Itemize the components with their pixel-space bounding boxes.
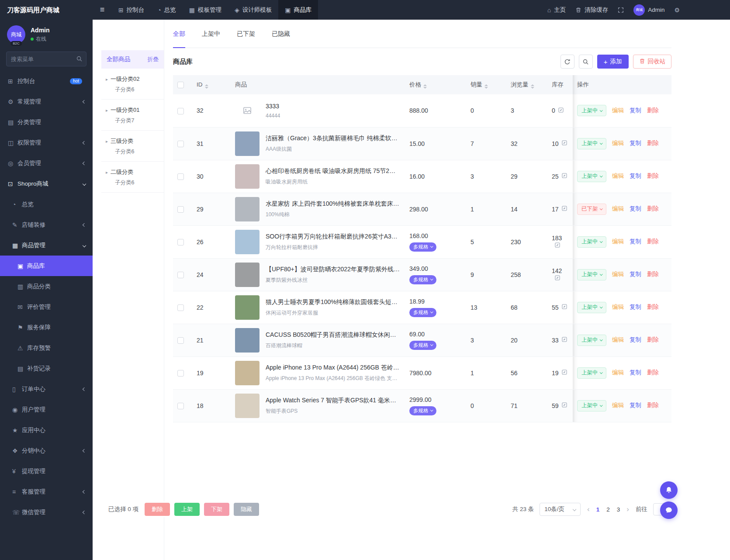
edit-link[interactable]: 编辑 bbox=[612, 271, 624, 277]
sidebar-item-auth[interactable]: ◫权限管理 bbox=[0, 132, 93, 153]
delete-link[interactable]: 删除 bbox=[647, 271, 659, 277]
row-checkbox[interactable] bbox=[177, 239, 184, 245]
stock-edit-icon[interactable] bbox=[561, 402, 567, 409]
stock-edit-icon[interactable] bbox=[561, 304, 567, 311]
edit-link[interactable]: 编辑 bbox=[612, 336, 624, 343]
copy-link[interactable]: 复制 bbox=[630, 271, 641, 277]
stock-edit-icon[interactable] bbox=[558, 107, 564, 114]
prev-page-button[interactable]: ‹ bbox=[586, 505, 591, 514]
multi-spec-badge[interactable]: 多规格 bbox=[409, 406, 436, 415]
home-button[interactable]: ⌂ 主页 bbox=[543, 0, 571, 20]
sidebar-item-wechat[interactable]: ☏微信管理 bbox=[0, 502, 93, 522]
sidebar-item-withdraw[interactable]: ¥提现管理 bbox=[0, 461, 93, 481]
sort-icon[interactable] bbox=[531, 84, 534, 89]
stock-edit-icon[interactable] bbox=[554, 242, 560, 249]
collapse-button[interactable]: 折叠 bbox=[147, 55, 159, 63]
sidebar-item-restock[interactable]: ▤补货记录 bbox=[0, 358, 93, 379]
edit-link[interactable]: 编辑 bbox=[612, 304, 624, 310]
sidebar-item-category[interactable]: ▤分类管理 bbox=[0, 112, 93, 132]
copy-link[interactable]: 复制 bbox=[630, 304, 641, 310]
sidebar-item-console[interactable]: ⊞控制台hot bbox=[0, 71, 93, 91]
sidebar-item-stock-warning[interactable]: ⚠库存预警 bbox=[0, 338, 93, 358]
sidebar-item-support[interactable]: ≡客服管理 bbox=[0, 481, 93, 502]
row-checkbox[interactable] bbox=[177, 206, 184, 213]
status-dropdown[interactable]: 上架中 bbox=[577, 302, 606, 313]
recycle-bin-button[interactable]: 回收站 bbox=[633, 55, 672, 69]
batch-off-sale-button[interactable]: 下架 bbox=[204, 503, 229, 516]
sidebar-item-service[interactable]: ⚑服务保障 bbox=[0, 317, 93, 338]
chat-button[interactable] bbox=[660, 501, 678, 519]
stock-edit-icon[interactable] bbox=[561, 140, 567, 147]
tab-on-sale[interactable]: 上架中 bbox=[202, 30, 220, 48]
sort-icon[interactable] bbox=[484, 84, 488, 89]
sidebar-item-goods-library[interactable]: ▣商品库 bbox=[0, 256, 93, 276]
row-checkbox[interactable] bbox=[177, 370, 184, 377]
sidebar-item-distribution[interactable]: ❖分销中心 bbox=[0, 440, 93, 461]
edit-link[interactable]: 编辑 bbox=[612, 107, 624, 114]
stock-edit-icon[interactable] bbox=[561, 173, 567, 180]
row-checkbox[interactable] bbox=[177, 337, 184, 344]
topnav-item-designer[interactable]: ◈设计师模板 bbox=[228, 0, 278, 20]
stock-edit-icon[interactable] bbox=[561, 205, 567, 213]
copy-link[interactable]: 复制 bbox=[630, 205, 641, 212]
sidebar-item-user[interactable]: ◉用户管理 bbox=[0, 399, 93, 420]
category-item[interactable]: ▸三级分类 bbox=[106, 136, 159, 146]
status-dropdown[interactable]: 上架中 bbox=[577, 335, 606, 346]
delete-link[interactable]: 删除 bbox=[647, 336, 659, 343]
page-size-select[interactable]: 10条/页 bbox=[540, 503, 581, 516]
category-item[interactable]: ▸一级分类01 bbox=[106, 105, 159, 115]
delete-link[interactable]: 删除 bbox=[647, 304, 659, 310]
sort-icon[interactable] bbox=[205, 84, 208, 89]
topnav-user-menu[interactable]: 商城 Admin bbox=[629, 0, 669, 20]
delete-link[interactable]: 删除 bbox=[647, 140, 659, 146]
add-button[interactable]: + 添加 bbox=[597, 55, 629, 69]
edit-link[interactable]: 编辑 bbox=[612, 140, 624, 146]
edit-link[interactable]: 编辑 bbox=[612, 238, 624, 245]
topnav-item-goods[interactable]: ▣商品库 bbox=[278, 0, 318, 20]
row-checkbox[interactable] bbox=[177, 173, 184, 180]
status-dropdown[interactable]: 上架中 bbox=[577, 171, 606, 182]
status-dropdown[interactable]: 上架中 bbox=[577, 400, 606, 411]
topnav-item-overview[interactable]: ◔总览 bbox=[151, 0, 182, 20]
copy-link[interactable]: 复制 bbox=[630, 173, 641, 179]
status-dropdown[interactable]: 上架中 bbox=[577, 367, 606, 379]
sidebar-item-order[interactable]: ▯订单中心 bbox=[0, 379, 93, 399]
hamburger-menu-icon[interactable]: ≡ bbox=[93, 5, 112, 14]
row-checkbox[interactable] bbox=[177, 108, 184, 114]
batch-delete-button[interactable]: 删除 bbox=[145, 503, 170, 516]
status-dropdown[interactable]: 上架中 bbox=[577, 105, 606, 116]
topnav-item-template[interactable]: ▦模板管理 bbox=[183, 0, 228, 20]
tab-hidden[interactable]: 已隐藏 bbox=[272, 30, 290, 48]
copy-link[interactable]: 复制 bbox=[630, 140, 641, 146]
select-all-checkbox[interactable] bbox=[177, 82, 184, 88]
status-dropdown[interactable]: 上架中 bbox=[577, 236, 606, 248]
delete-link[interactable]: 删除 bbox=[647, 238, 659, 245]
status-dropdown[interactable]: 上架中 bbox=[577, 138, 606, 149]
delete-link[interactable]: 删除 bbox=[647, 402, 659, 408]
sidebar-item-review[interactable]: ✉评价管理 bbox=[0, 297, 93, 317]
copy-link[interactable]: 复制 bbox=[630, 107, 641, 114]
multi-spec-badge[interactable]: 多规格 bbox=[409, 308, 436, 317]
edit-link[interactable]: 编辑 bbox=[612, 369, 624, 376]
edit-link[interactable]: 编辑 bbox=[612, 205, 624, 212]
copy-link[interactable]: 复制 bbox=[630, 336, 641, 343]
menu-search-input[interactable] bbox=[6, 52, 86, 66]
status-dropdown[interactable]: 上架中 bbox=[577, 269, 606, 280]
fullscreen-button[interactable] bbox=[613, 0, 629, 20]
refresh-button[interactable] bbox=[560, 55, 574, 69]
multi-spec-badge[interactable]: 多规格 bbox=[409, 275, 436, 284]
sidebar-item-goods-category[interactable]: ▥商品分类 bbox=[0, 276, 93, 297]
clear-cache-button[interactable]: 清除缓存 bbox=[571, 0, 613, 20]
sidebar-item-decoration[interactable]: ✎店铺装修 bbox=[0, 214, 93, 235]
sidebar-item-general[interactable]: ⚙常规管理 bbox=[0, 91, 93, 112]
topnav-item-console[interactable]: ⊞控制台 bbox=[112, 0, 151, 20]
tab-off-sale[interactable]: 已下架 bbox=[237, 30, 255, 48]
copy-link[interactable]: 复制 bbox=[630, 238, 641, 245]
row-checkbox[interactable] bbox=[177, 141, 184, 147]
stock-edit-icon[interactable] bbox=[561, 336, 567, 344]
page-number-2[interactable]: 2 bbox=[606, 506, 610, 513]
copy-link[interactable]: 复制 bbox=[630, 369, 641, 376]
edit-link[interactable]: 编辑 bbox=[612, 402, 624, 408]
sidebar-item-overview[interactable]: ◔总览 bbox=[0, 194, 93, 214]
sidebar-item-app-center[interactable]: ★应用中心 bbox=[0, 420, 93, 440]
